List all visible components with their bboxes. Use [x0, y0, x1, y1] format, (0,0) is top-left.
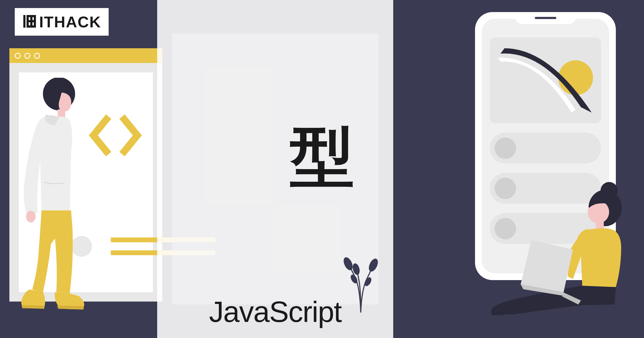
- phone-notch: [515, 12, 576, 24]
- logo-text: ITHACK: [39, 13, 101, 31]
- svg-rect-19: [596, 221, 604, 229]
- window-control-dot: [34, 53, 40, 59]
- person-sitting-illustration: [490, 177, 640, 319]
- svg-rect-14: [58, 109, 65, 117]
- svg-rect-5: [30, 15, 32, 28]
- code-bracket-icon: [89, 113, 142, 159]
- window-control-dot: [24, 53, 30, 59]
- svg-point-15: [26, 211, 36, 222]
- svg-rect-4: [27, 15, 29, 28]
- person-standing-illustration: [17, 78, 93, 314]
- phone-speaker: [535, 17, 556, 19]
- phone-hero-image: [490, 38, 601, 123]
- phone-list-item: [490, 133, 601, 164]
- svg-point-7: [343, 256, 355, 272]
- logo-container: ITHACK: [15, 8, 109, 36]
- window-control-dot: [15, 53, 21, 59]
- list-item-avatar: [495, 138, 516, 159]
- main-title: 型: [290, 114, 354, 201]
- svg-rect-0: [23, 15, 25, 28]
- logo-icon: [22, 14, 37, 30]
- svg-point-8: [367, 257, 378, 273]
- plant-illustration: [343, 251, 378, 313]
- browser-titlebar: [9, 48, 162, 63]
- svg-rect-6: [34, 15, 36, 28]
